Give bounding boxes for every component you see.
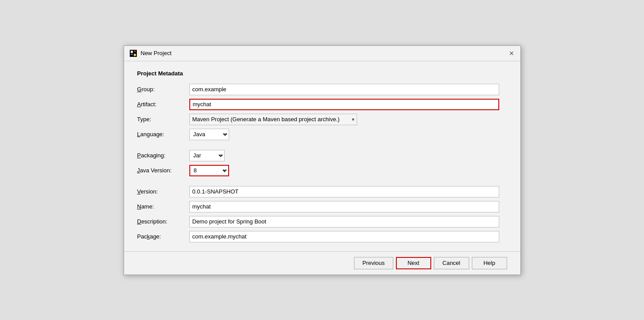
version-input[interactable]: [189, 186, 499, 197]
artifact-input[interactable]: [189, 99, 499, 110]
help-button[interactable]: Help: [472, 257, 507, 269]
svg-rect-2: [134, 54, 136, 56]
packaging-select[interactable]: Jar War: [189, 150, 225, 161]
section-title: Project Metadata: [137, 70, 507, 77]
packaging-select-wrapper: Jar War: [189, 150, 225, 161]
packaging-label: Packaging:: [137, 152, 186, 159]
language-select-wrapper: Java Kotlin Groovy: [189, 129, 229, 140]
type-select[interactable]: Maven Project (Generate a Maven based pr…: [189, 114, 357, 125]
group-label: Group:: [137, 86, 186, 93]
java-version-select-wrapper: 8 11 17: [189, 165, 229, 176]
app-icon: [129, 49, 137, 57]
new-project-dialog: New Project ✕ Project Metadata Group: Ar…: [124, 45, 521, 275]
form-grid: Group: Artifact: Type: Maven Project (Ge…: [137, 84, 499, 242]
next-button[interactable]: Next: [396, 257, 431, 269]
package-input[interactable]: [189, 231, 499, 242]
spacer-2: [137, 180, 499, 182]
spacer-1: [137, 144, 499, 146]
svg-rect-4: [134, 51, 136, 52]
type-label: Type:: [137, 116, 186, 123]
artifact-label: Artifact:: [137, 101, 186, 108]
name-label: Name:: [137, 203, 186, 210]
language-label: Language:: [137, 131, 186, 138]
name-input[interactable]: [189, 201, 499, 212]
previous-button[interactable]: Previous: [354, 257, 393, 269]
cancel-button[interactable]: Cancel: [434, 257, 469, 269]
title-bar: New Project ✕: [124, 46, 520, 61]
dialog-title: New Project: [141, 50, 172, 56]
packaging-field-wrapper: Jar War: [189, 150, 499, 161]
close-button[interactable]: ✕: [508, 50, 515, 57]
dialog-content: Project Metadata Group: Artifact: Type: …: [124, 61, 520, 251]
java-version-field-wrapper: 8 11 17: [189, 165, 499, 176]
version-label: Version:: [137, 188, 186, 195]
description-input[interactable]: [189, 216, 499, 227]
package-label: Package:: [137, 233, 186, 240]
java-version-select[interactable]: 8 11 17: [189, 165, 229, 176]
language-select[interactable]: Java Kotlin Groovy: [189, 129, 229, 140]
language-field-wrapper: Java Kotlin Groovy: [189, 129, 499, 140]
title-bar-left: New Project: [129, 49, 172, 57]
group-input[interactable]: [189, 84, 499, 95]
type-select-wrapper: Maven Project (Generate a Maven based pr…: [189, 114, 357, 125]
dialog-footer: Previous Next Cancel Help: [124, 251, 520, 275]
description-label: Description:: [137, 218, 186, 225]
svg-rect-1: [131, 51, 133, 53]
type-field-wrapper: Maven Project (Generate a Maven based pr…: [189, 114, 499, 125]
java-version-label: Java Version:: [137, 167, 186, 174]
svg-rect-3: [131, 54, 133, 55]
